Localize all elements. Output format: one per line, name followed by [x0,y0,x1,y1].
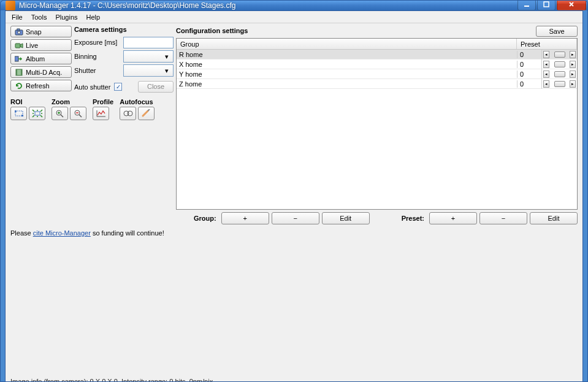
menu-tools[interactable]: Tools [28,12,51,22]
live-button[interactable]: Live [10,39,72,51]
chevron-down-icon: ▾ [162,66,171,75]
autofocus-settings-button[interactable] [138,107,155,120]
binning-combo[interactable]: ▾ [123,50,174,63]
binning-label: Binning [74,53,121,60]
cite-text: Please cite Micro-Manager so funding wil… [10,229,578,237]
preset-slider[interactable]: ◂▸ [541,79,577,89]
refresh-icon [15,82,23,90]
film-icon [15,69,23,76]
svg-rect-8 [16,69,17,75]
save-button[interactable]: Save [536,26,578,37]
profile-button[interactable] [93,107,109,120]
svg-rect-13 [35,112,40,115]
app-window: Micro-Manager 1.4.17 - C:\Users\moritz\D… [0,0,588,382]
config-heading: Configuration settings [176,27,248,34]
col-group[interactable]: Group [177,39,517,49]
roi-set-button[interactable] [10,107,27,120]
shutter-label: Shutter [74,67,121,74]
svg-rect-1 [544,2,549,7]
table-row[interactable]: X home0◂▸ [177,59,577,69]
cell-preset[interactable]: 0 [517,51,541,58]
cell-group: X home [177,61,517,68]
svg-rect-3 [17,29,20,31]
slider-left-icon[interactable]: ◂ [543,71,549,78]
preset-edit-button[interactable]: Edit [530,212,578,224]
roi-heading: ROI [10,98,45,105]
close-button[interactable] [557,0,586,10]
minimize-button[interactable] [517,0,536,10]
arrow-album-icon [15,55,23,63]
autofocus-heading: Autofocus [120,98,155,105]
cell-group: Y home [177,71,517,78]
app-icon [6,1,15,10]
preset-label: Preset: [402,215,424,222]
refresh-button[interactable]: Refresh [10,80,72,91]
slider-right-icon[interactable]: ▸ [570,80,576,88]
roi-full-button[interactable] [29,107,45,120]
col-preset[interactable]: Preset [517,39,577,49]
slider-right-icon[interactable]: ▸ [570,51,576,58]
image-info: Image info (from camera): 0 X 0 X 0, Int… [10,378,578,382]
svg-rect-11 [15,110,17,112]
svg-point-17 [128,111,132,116]
preset-remove-button[interactable]: − [479,212,527,224]
shutter-combo[interactable]: ▾ [123,64,174,77]
cell-preset[interactable]: 0 [517,61,541,68]
group-edit-button[interactable]: Edit [322,212,370,224]
exposure-input[interactable] [123,37,174,48]
window-title: Micro-Manager 1.4.17 - C:\Users\moritz\D… [19,1,517,10]
slider-thumb[interactable] [554,61,565,67]
cell-group: R home [177,51,517,58]
slider-thumb[interactable] [554,52,565,58]
profile-heading: Profile [93,98,113,105]
slider-thumb[interactable] [554,71,565,77]
slider-right-icon[interactable]: ▸ [570,61,576,68]
preset-slider[interactable]: ◂▸ [541,59,577,69]
slider-thumb[interactable] [554,81,565,87]
svg-rect-6 [15,56,18,61]
titlebar: Micro-Manager 1.4.17 - C:\Users\moritz\D… [1,1,587,10]
camera-heading: Camera settings [74,26,174,33]
zoom-out-button[interactable] [70,107,86,120]
menu-help[interactable]: Help [83,12,104,22]
camcorder-icon [15,42,23,49]
table-row[interactable]: Z home0◂▸ [177,79,577,89]
zoom-in-button[interactable] [52,107,68,120]
slider-left-icon[interactable]: ◂ [543,61,549,68]
slider-right-icon[interactable]: ▸ [570,71,576,78]
slider-left-icon[interactable]: ◂ [543,51,549,58]
cell-preset[interactable]: 0 [517,71,541,78]
maximize-button[interactable] [537,0,556,10]
slider-left-icon[interactable]: ◂ [543,80,549,88]
menu-plugins[interactable]: Plugins [52,12,81,22]
auto-shutter-checkbox[interactable] [114,83,122,91]
table-row[interactable]: Y home0◂▸ [177,69,577,79]
svg-rect-9 [21,69,22,75]
chevron-down-icon: ▾ [162,52,171,61]
client-area: File Tools Plugins Help Snap Live Album … [5,10,583,382]
preset-slider[interactable]: ◂▸ [541,50,577,59]
menu-file[interactable]: File [8,12,26,22]
close-shutter-button[interactable]: Close [138,81,174,93]
preset-add-button[interactable]: + [429,212,477,224]
preset-slider[interactable]: ◂▸ [541,69,577,79]
zoom-heading: Zoom [52,98,86,105]
exposure-label: Exposure [ms] [74,39,121,46]
cell-group: Z home [177,80,517,88]
group-add-button[interactable]: + [221,212,269,224]
svg-rect-12 [21,115,23,117]
camera-icon [15,28,23,36]
group-remove-button[interactable]: − [272,212,319,224]
cell-preset[interactable]: 0 [517,80,541,88]
cite-link[interactable]: cite Micro-Manager [33,229,91,237]
svg-rect-5 [15,44,20,48]
group-label: Group: [194,215,216,222]
config-grid: Group Preset R home0◂▸X home0◂▸Y home0◂▸… [176,38,578,210]
svg-point-4 [18,31,20,33]
multid-button[interactable]: Multi-D Acq. [10,66,72,78]
menubar: File Tools Plugins Help [6,11,582,23]
table-row[interactable]: R home0◂▸ [177,50,577,59]
album-button[interactable]: Album [10,53,72,64]
snap-button[interactable]: Snap [10,26,72,37]
autofocus-button[interactable] [120,107,136,120]
